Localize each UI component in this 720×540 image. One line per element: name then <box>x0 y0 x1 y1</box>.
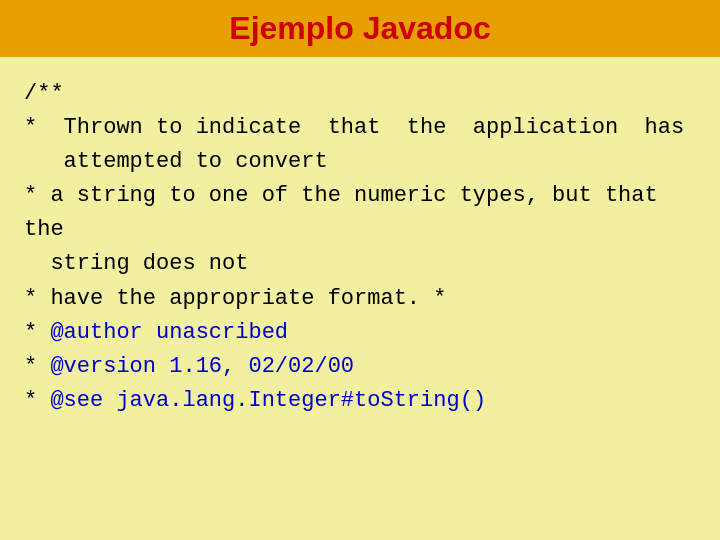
content-area: /** * Thrown to indicate that the applic… <box>0 57 720 438</box>
code-line-2: * Thrown to indicate that the applicatio… <box>24 111 696 145</box>
code-line-7: * @author unascribed <box>24 316 696 350</box>
code-line-1: /** <box>24 77 696 111</box>
code-line-3: attempted to convert <box>24 145 696 179</box>
code-line-6: * have the appropriate format. * <box>24 282 696 316</box>
page-title: Ejemplo Javadoc <box>229 10 490 46</box>
code-line-5: string does not <box>24 247 696 281</box>
code-line-9: * @see java.lang.Integer#toString() <box>24 384 696 418</box>
code-line-8: * @version 1.16, 02/02/00 <box>24 350 696 384</box>
header: Ejemplo Javadoc <box>0 0 720 57</box>
code-line-4: * a string to one of the numeric types, … <box>24 179 696 247</box>
